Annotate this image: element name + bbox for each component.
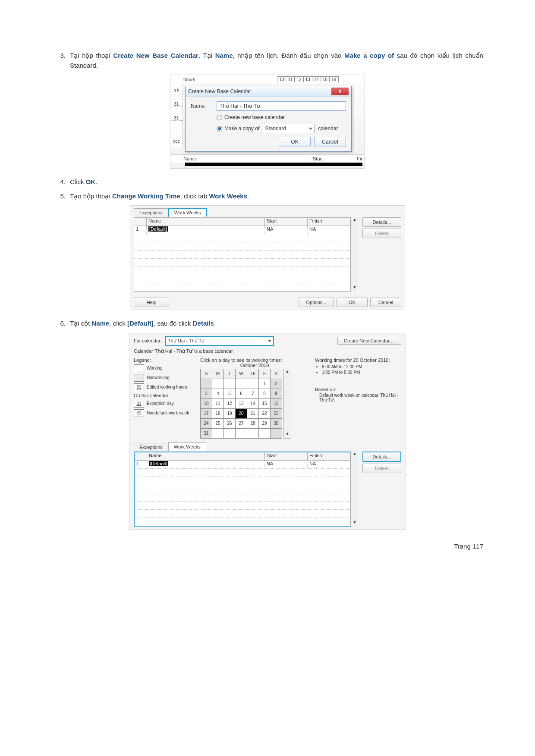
cancel-button[interactable]: Cancel — [314, 137, 346, 147]
cal-day-cell[interactable]: 23 — [271, 408, 282, 418]
cal-day-cell[interactable]: 3 — [201, 389, 212, 398]
row-name-value: [Default] — [149, 461, 168, 466]
ok-button[interactable]: OK — [279, 137, 311, 147]
radio-make-copy[interactable] — [217, 126, 222, 132]
create-new-calendar-button[interactable]: Create New Calendar ... — [337, 337, 401, 345]
cal-day-cell[interactable]: 21 — [247, 408, 259, 418]
calendar-scrollbar[interactable]: ▲ ▼ — [283, 369, 291, 439]
cal-day-cell[interactable]: 19 — [224, 408, 236, 418]
cal-day-cell[interactable] — [271, 428, 282, 438]
cal-day-cell[interactable]: 13 — [236, 398, 247, 408]
cal-day-cell[interactable] — [212, 428, 224, 438]
gutter: n tl — [170, 88, 183, 93]
working-time-morning: 8:00 AM to 12:00 PM — [322, 364, 401, 369]
cal-day-cell[interactable]: 16 — [271, 398, 282, 408]
ref-work-weeks: Work Weeks — [209, 192, 247, 200]
n: 10 — [277, 77, 286, 82]
name-input[interactable]: Thứ Hai - Thứ Tư — [217, 101, 346, 111]
cal-day-cell[interactable]: 4 — [212, 389, 224, 398]
cal-day-cell[interactable]: 8 — [259, 389, 271, 398]
btn-label: Delete — [375, 231, 389, 236]
cal-day-cell[interactable]: 7 — [247, 389, 259, 398]
cal-day-cell[interactable]: 11 — [212, 398, 224, 408]
step-5: 5. Tạo hộp thoại Change Working Time, cl… — [52, 191, 483, 201]
chevron-down-icon — [309, 128, 312, 130]
work-weeks-table[interactable]: Name Start Finish 1 [Default] NA NA — [134, 452, 351, 527]
cal-day-cell[interactable]: 15 — [259, 398, 271, 408]
cal-day-cell[interactable]: 10 — [201, 398, 212, 408]
delete-button[interactable]: Delete — [362, 464, 401, 473]
delete-button[interactable]: Delete — [362, 229, 401, 238]
cal-day-cell[interactable] — [236, 379, 247, 389]
scroll-down-icon[interactable]: ▼ — [351, 285, 358, 292]
radio-create-new[interactable] — [217, 115, 222, 120]
cal-day-cell[interactable]: 26 — [224, 418, 236, 428]
bg-column-headers: Name Start Fini — [170, 154, 365, 163]
cal-day-cell[interactable]: 24 — [201, 418, 212, 428]
cal-day-cell[interactable] — [212, 379, 224, 389]
cal-day-cell[interactable]: 25 — [212, 418, 224, 428]
dialog-title: Create New Base Calendar — [188, 88, 251, 94]
btn-label: Details... — [373, 454, 391, 459]
cal-day-cell[interactable] — [236, 428, 247, 438]
cal-day-cell[interactable]: 18 — [212, 408, 224, 418]
row-num: 1 — [135, 461, 147, 468]
help-button[interactable]: Help — [134, 298, 169, 307]
table-row[interactable]: 1 [Default] NA NA — [135, 461, 350, 469]
txt: . — [247, 192, 249, 200]
click-on-day-text: Click on a day to see its working times: — [200, 358, 309, 363]
cal-day-cell[interactable]: 28 — [247, 418, 259, 428]
col-header-blank — [134, 218, 147, 226]
cal-day-cell[interactable]: 30 — [271, 418, 282, 428]
cal-day-cell[interactable]: 1 — [259, 379, 271, 389]
work-weeks-table[interactable]: Name Start Finish 1 [Default] NA NA — [134, 217, 351, 292]
scrollbar[interactable]: ▲ ▼ — [351, 217, 358, 292]
txt: Click — [70, 178, 86, 185]
legend-nondefault-box: 31 — [134, 409, 144, 417]
step-text: Tại cột Name, click [Default], sau đó cl… — [70, 319, 483, 329]
calendar-grid[interactable]: SMTWThFS12345678910111213141516171819202… — [200, 369, 282, 439]
cal-day-cell[interactable] — [224, 428, 236, 438]
close-button[interactable]: X — [331, 88, 349, 95]
cal-day-cell[interactable]: 14 — [247, 398, 259, 408]
cal-day-cell[interactable] — [201, 379, 212, 389]
details-button[interactable]: Details... — [362, 217, 401, 227]
cal-day-cell[interactable]: 17 — [201, 408, 212, 418]
cal-day-cell[interactable] — [247, 428, 259, 438]
calendar-month: October 2010 — [200, 363, 309, 368]
scrollbar[interactable]: ▲ ▼ — [351, 452, 358, 527]
copy-select[interactable]: Standard — [263, 124, 315, 133]
cal-day-cell[interactable] — [259, 428, 271, 438]
cal-day-cell[interactable]: 29 — [259, 418, 271, 428]
options-button[interactable]: Options... — [299, 298, 334, 307]
cal-day-cell[interactable]: 5 — [224, 389, 236, 398]
ok-button[interactable]: OK — [337, 298, 368, 307]
details-button[interactable]: Details... — [362, 452, 401, 462]
cal-day-cell[interactable]: 2 — [271, 379, 282, 389]
ref-make-a-copy-of: Make a copy of — [344, 52, 394, 59]
cal-day-cell[interactable]: 31 — [201, 428, 212, 438]
for-calendar-select[interactable]: Thứ Hai - Thứ Tư — [165, 336, 274, 346]
scroll-down-icon[interactable]: ▼ — [351, 520, 358, 527]
cal-day-cell[interactable]: 20 — [236, 408, 247, 418]
cal-day-cell[interactable] — [224, 379, 236, 389]
cal-day-cell[interactable]: 27 — [236, 418, 247, 428]
scroll-up-icon[interactable]: ▲ — [351, 217, 358, 224]
scroll-down-icon[interactable]: ▼ — [284, 432, 291, 438]
scroll-up-icon[interactable]: ▲ — [351, 452, 358, 458]
cal-day-cell[interactable] — [247, 379, 259, 389]
cal-day-cell[interactable]: 9 — [271, 389, 282, 398]
cal-day-cell[interactable]: 12 — [224, 398, 236, 408]
cal-day-cell[interactable]: 6 — [236, 389, 247, 398]
scroll-up-icon[interactable]: ▲ — [284, 369, 291, 376]
tab-exceptions[interactable]: Exceptions — [134, 208, 168, 217]
cal-day-cell[interactable]: 22 — [259, 408, 271, 418]
tab-exceptions[interactable]: Exceptions — [134, 443, 168, 451]
table-row[interactable]: 1 [Default] NA NA — [134, 226, 350, 234]
cancel-button[interactable]: Cancel — [370, 298, 401, 307]
for-calendar-label: For calendar: — [134, 338, 162, 343]
tab-work-weeks[interactable]: Work Weeks — [168, 208, 207, 217]
tab-work-weeks[interactable]: Work Weeks — [168, 442, 206, 451]
dialog-titlebar[interactable]: Create New Base Calendar X — [186, 86, 351, 97]
txt: Tại hộp thoại — [70, 52, 113, 59]
